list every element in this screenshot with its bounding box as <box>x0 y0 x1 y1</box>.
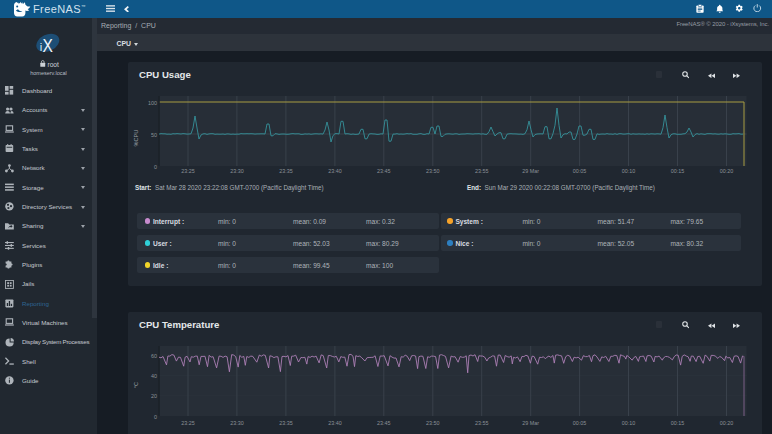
svg-text:29 Mar: 29 Mar <box>522 168 539 174</box>
svg-text:60: 60 <box>151 353 157 359</box>
svg-text:23:45: 23:45 <box>377 168 391 174</box>
svg-text:°C: °C <box>133 382 139 388</box>
svg-text:23:40: 23:40 <box>328 168 342 174</box>
svg-text:X: X <box>43 35 54 55</box>
svg-text:00:15: 00:15 <box>671 420 685 426</box>
svg-text:50: 50 <box>151 132 157 138</box>
svg-text:23:55: 23:55 <box>475 420 489 426</box>
svg-text:00:15: 00:15 <box>671 168 685 174</box>
svg-text:00:05: 00:05 <box>573 168 587 174</box>
svg-text:00:20: 00:20 <box>720 168 734 174</box>
svg-text:23:45: 23:45 <box>377 420 391 426</box>
svg-text:23:55: 23:55 <box>475 168 489 174</box>
svg-text:23:35: 23:35 <box>279 168 293 174</box>
svg-text:00:20: 00:20 <box>720 420 734 426</box>
svg-text:29 Mar: 29 Mar <box>522 420 539 426</box>
svg-text:40: 40 <box>151 373 157 379</box>
svg-text:00:05: 00:05 <box>573 420 587 426</box>
svg-text:23:25: 23:25 <box>181 420 195 426</box>
svg-text:23:25: 23:25 <box>181 168 195 174</box>
svg-text:0: 0 <box>154 164 157 170</box>
svg-text:20: 20 <box>151 393 157 399</box>
svg-text:00:10: 00:10 <box>622 168 636 174</box>
svg-text:23:30: 23:30 <box>230 168 244 174</box>
svg-text:23:35: 23:35 <box>279 420 293 426</box>
svg-text:23:50: 23:50 <box>426 168 440 174</box>
svg-text:23:50: 23:50 <box>426 420 440 426</box>
svg-text:0: 0 <box>154 414 157 420</box>
svg-text:00:10: 00:10 <box>622 420 636 426</box>
svg-text:23:40: 23:40 <box>328 420 342 426</box>
svg-text:%CPU: %CPU <box>133 130 139 147</box>
svg-text:100: 100 <box>148 100 157 106</box>
svg-text:23:30: 23:30 <box>230 420 244 426</box>
